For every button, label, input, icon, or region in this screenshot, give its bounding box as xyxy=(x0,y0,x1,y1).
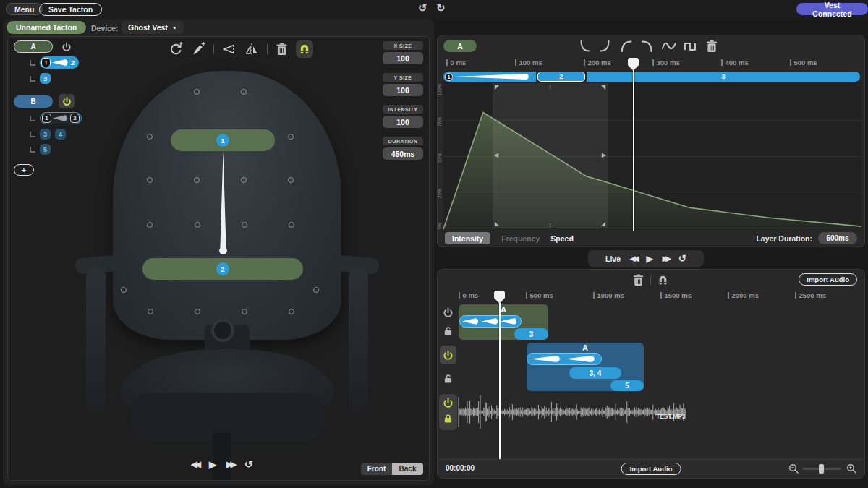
magnet-icon[interactable] xyxy=(658,275,668,286)
motor-dot[interactable] xyxy=(313,287,319,293)
haptic-zone-1[interactable]: 1 xyxy=(171,129,275,151)
tree-group-a[interactable]: A xyxy=(14,40,53,53)
motor-dot[interactable] xyxy=(289,309,294,314)
resize-handle-bottom[interactable]: ↕ xyxy=(548,222,552,228)
zoom-out-icon[interactable] xyxy=(788,463,799,474)
loop-icon[interactable]: ↺ xyxy=(678,253,686,264)
play-icon[interactable]: ▶ xyxy=(209,459,216,470)
play-icon[interactable]: ▶ xyxy=(646,254,652,264)
layer-duration-value[interactable]: 600ms xyxy=(818,232,857,244)
tab-speed[interactable]: Speed xyxy=(550,234,574,243)
lock-open-icon[interactable] xyxy=(443,374,453,384)
tab-frequency[interactable]: Frequency xyxy=(501,234,540,243)
redo-icon[interactable]: ↻ xyxy=(436,1,446,14)
motor-dot[interactable] xyxy=(288,134,294,140)
envelope-plot[interactable]: 100% 75% 50% 25% 0% ◤ ◥ ◣ ◢ xyxy=(443,82,861,231)
projection-icon[interactable] xyxy=(222,43,237,56)
motor-dot[interactable] xyxy=(241,89,247,95)
import-audio-button-bottom[interactable]: Import Audio xyxy=(621,463,681,475)
power-button-group-b[interactable] xyxy=(59,94,75,108)
front-view-button[interactable]: Front xyxy=(361,463,392,475)
layer-tab-a[interactable]: A xyxy=(443,40,477,52)
layer-playhead-handle[interactable] xyxy=(628,58,639,71)
back-view-button[interactable]: Back xyxy=(392,463,423,475)
resize-handle-left[interactable]: ◀ xyxy=(494,153,498,158)
x-size-value[interactable]: 100 xyxy=(383,52,423,64)
curve-ease-in-icon[interactable] xyxy=(577,39,592,53)
lock-open-icon[interactable] xyxy=(443,326,453,336)
motor-dot[interactable] xyxy=(147,222,153,228)
trash-icon[interactable] xyxy=(706,40,718,53)
selection-box[interactable]: ◤ ◥ ◣ ◢ ↕ ↕ ◀ ▶ xyxy=(493,83,608,228)
fast-forward-icon[interactable]: ▶▶ xyxy=(663,254,669,262)
rotate-add-icon[interactable] xyxy=(169,42,183,56)
motor-dot[interactable] xyxy=(195,222,200,228)
tree-item-a-3[interactable]: 3 xyxy=(40,73,51,84)
swipe-path-indicator[interactable] xyxy=(218,151,229,261)
resize-handle-right[interactable]: ▶ xyxy=(602,153,606,158)
vest-connected-button[interactable]: Vest Connected xyxy=(796,3,868,15)
timeline-zoom-slider[interactable] xyxy=(803,468,841,470)
resize-handle-top[interactable]: ↕ xyxy=(548,84,552,90)
timeline-playhead-line[interactable] xyxy=(499,303,501,461)
flip-horizontal-icon[interactable] xyxy=(244,43,259,56)
motor-dot[interactable] xyxy=(147,177,153,183)
zoom-in-icon[interactable] xyxy=(846,463,856,474)
fast-forward-icon[interactable]: ▶▶ xyxy=(226,460,234,469)
save-tacton-button[interactable]: Save Tacton xyxy=(39,3,102,16)
trash-icon[interactable] xyxy=(633,274,644,286)
pen-add-icon[interactable] xyxy=(191,42,205,56)
segment-1[interactable]: 1 xyxy=(443,72,536,82)
power-icon[interactable] xyxy=(61,42,72,52)
motor-dot[interactable] xyxy=(195,309,200,314)
track1-event-badge[interactable]: 3 xyxy=(514,328,548,340)
tree-item-a-swipe[interactable]: 1 2 xyxy=(40,56,79,69)
motor-dot[interactable] xyxy=(241,177,247,183)
timeline-playhead-handle[interactable] xyxy=(494,291,505,304)
segment-3[interactable]: 3 xyxy=(587,72,860,82)
curve-rise-icon[interactable] xyxy=(619,39,634,53)
tree-item-b-4[interactable]: 4 xyxy=(55,129,66,140)
intensity-value[interactable]: 100 xyxy=(383,116,423,128)
motor-dot[interactable] xyxy=(242,222,247,228)
track1-swipe-bar[interactable] xyxy=(459,315,522,328)
power-icon[interactable] xyxy=(443,307,454,318)
curve-ease-out-icon[interactable] xyxy=(598,39,613,53)
tree-item-b-3[interactable]: 3 xyxy=(40,129,51,140)
y-size-value[interactable]: 100 xyxy=(383,84,423,96)
track2-swipe-bar[interactable] xyxy=(527,353,602,365)
resize-handle-bottom-right[interactable]: ◢ xyxy=(601,221,605,227)
haptic-zone-2[interactable]: 2 xyxy=(142,258,303,280)
tree-group-b[interactable]: B xyxy=(14,95,53,108)
loop-icon[interactable]: ↺ xyxy=(244,458,253,470)
curve-fall-icon[interactable] xyxy=(640,39,655,53)
snap-magnet-button[interactable] xyxy=(296,40,313,58)
add-layer-button[interactable]: + xyxy=(14,164,34,176)
audio-clip[interactable]: TEST.MP3 xyxy=(458,394,688,432)
sine-wave-icon[interactable] xyxy=(661,39,677,53)
track2-event-badge-1[interactable]: 3, 4 xyxy=(569,367,621,379)
zoom-slider-handle[interactable] xyxy=(819,464,824,474)
motor-dot[interactable] xyxy=(194,89,200,95)
track2-power-button[interactable] xyxy=(440,346,456,364)
layer-playhead-line[interactable] xyxy=(633,70,634,231)
motor-dot[interactable] xyxy=(289,222,294,228)
motor-dot[interactable] xyxy=(194,177,200,183)
lock-closed-icon[interactable] xyxy=(443,414,453,424)
tacton-name-button[interactable]: Unnamed Tacton xyxy=(7,21,86,34)
device-select[interactable]: Ghost Vest ▼ xyxy=(122,21,184,34)
tab-intensity[interactable]: Intensity xyxy=(445,232,490,244)
undo-icon[interactable]: ↺ xyxy=(418,1,427,14)
motor-dot[interactable] xyxy=(121,287,127,293)
live-button[interactable]: Live xyxy=(605,254,621,263)
motor-dot[interactable] xyxy=(242,309,247,314)
resize-handle-top-left[interactable]: ◤ xyxy=(495,85,499,90)
segment-2-selected[interactable]: 2 xyxy=(537,72,585,82)
tree-item-b-swipe[interactable]: 1 2 xyxy=(40,112,82,124)
import-audio-button[interactable]: Import Audio xyxy=(799,273,857,286)
menu-button[interactable]: Menu xyxy=(6,3,43,15)
rewind-icon[interactable]: ◀◀ xyxy=(630,254,637,262)
duration-value[interactable]: 450ms xyxy=(383,147,423,160)
layer-ruler[interactable]: 0 ms 100 ms 200 ms 300 ms 400 ms 500 ms xyxy=(438,59,864,69)
resize-handle-top-right[interactable]: ◥ xyxy=(601,85,605,90)
